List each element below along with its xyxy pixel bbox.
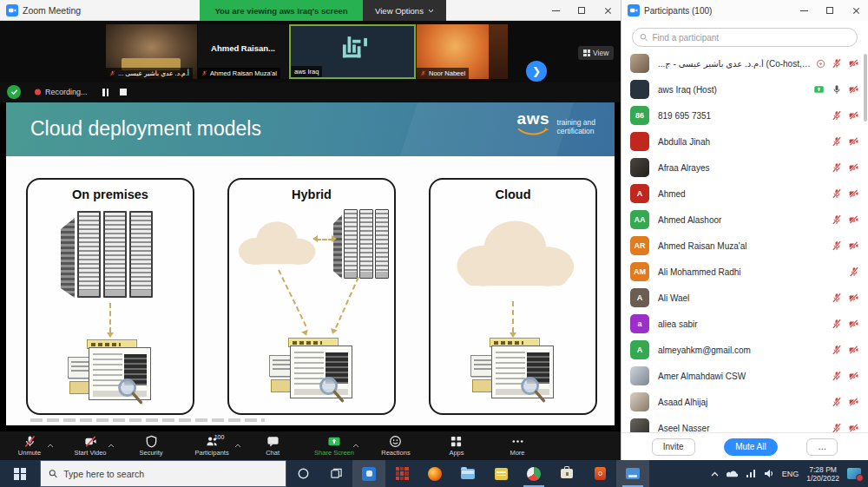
start-video-button[interactable]: Start Video [71,431,109,460]
clock-time: 7:28 PM [806,465,839,474]
task-view-icon[interactable] [319,460,352,487]
chat-button[interactable]: Chat [253,431,292,460]
logo-tagline-line1: training and [557,118,595,127]
video-strip: ... أ.م.د. عدي باشير عيسى Ahmed Raisan..… [0,21,621,82]
chevron-up-icon[interactable] [352,436,359,451]
taskbar-app-meet-circle[interactable] [517,460,550,487]
unmute-button[interactable]: Unmute [10,431,49,460]
participant-row[interactable]: A almeyahkm@gmail.com [621,337,868,363]
taskbar-app-orange[interactable] [583,460,616,487]
server-rack-illustration [61,211,153,298]
participant-row[interactable]: AR Ahmed Raisan Muza'al [621,233,868,259]
participant-row[interactable]: aws Iraq (Host) [621,76,868,102]
participant-row[interactable]: AM Ali Mohammed Radhi [621,259,868,285]
participant-row[interactable]: Abdulla Jinah [621,128,868,155]
show-hidden-icons[interactable] [711,471,719,477]
taskbar-app-blue-chat[interactable] [352,460,385,487]
onedrive-icon[interactable] [727,470,738,478]
taskbar-app-yellow[interactable] [484,460,517,487]
participant-row[interactable]: AA Ahmed Alashoor [621,207,868,233]
chevron-up-icon[interactable] [234,436,241,451]
minimize-button[interactable] [791,0,817,21]
participant-row[interactable]: A Ali Wael [621,285,868,311]
participant-name: Asaad Alhijaj [658,398,826,407]
participant-row[interactable]: Asaad Alhijaj [621,389,868,415]
video-tile-2[interactable]: Ahmed Raisan... Ahmed Raisan Muza'al [198,24,288,79]
participant-status-icons [832,188,859,199]
taskbar-clock[interactable]: 7:28 PM 1/20/2022 [806,465,839,483]
chevron-up-icon[interactable] [47,436,54,451]
shield-icon [145,435,158,448]
apps-button[interactable]: Apps [437,431,476,460]
invite-button[interactable]: Invite [652,438,695,456]
maximize-button[interactable] [569,0,595,21]
language-indicator[interactable]: ENG [782,470,799,478]
reactions-button[interactable]: Reactions [377,431,415,460]
network-icon[interactable] [746,470,756,478]
taskbar-app-briefcase[interactable] [550,460,583,487]
participant-name: Ahmed Alashoor [658,215,826,225]
stop-recording-button[interactable] [120,89,127,95]
mute-all-button[interactable]: Mute All [724,438,778,456]
participant-name: 819 695 7351 [658,111,826,121]
notification-tray-icon[interactable] [847,468,861,479]
camera-off-icon [84,435,97,448]
panel-hybrid: Hybrid [227,178,396,415]
camera-off-icon [848,110,859,121]
participant-row[interactable]: Afraa Alrayes [621,155,868,181]
participant-row[interactable]: Amer Almahdawi CSW [621,363,868,389]
video-tile-aws-iraq[interactable]: aws Iraq [289,24,416,79]
minimize-button[interactable] [542,0,569,21]
windows-logo-icon [14,468,26,480]
panel-title: On premises [28,188,193,201]
volume-icon[interactable] [764,469,774,478]
more-button[interactable]: More [498,431,536,460]
maximize-button[interactable] [817,0,843,21]
participant-name: Ahmed [658,189,826,199]
participant-search[interactable] [632,28,858,47]
participant-row[interactable]: Aseel Nasser [621,415,868,432]
security-button[interactable]: Security [132,431,170,460]
video-tile-4[interactable]: Noor Nabeel [417,24,508,79]
search-input[interactable] [652,33,850,43]
avatar: AA [630,210,649,229]
camera-off-icon [848,214,859,225]
file-explorer-icon[interactable] [451,460,484,487]
taskbar-search-input[interactable] [63,469,278,479]
participant-row[interactable]: ...أ.م.د. عدي باشير عيسى - ج (Co-host, m… [621,50,868,76]
next-videos-button[interactable]: ❯ [526,61,547,82]
avatar: AM [630,262,649,281]
scrollbar-thumb[interactable] [864,54,867,122]
close-button[interactable] [843,0,868,21]
start-button[interactable] [0,460,40,487]
participants-button[interactable]: 100 Participants [193,431,231,460]
participant-row[interactable]: 86 819 695 7351 [621,102,868,128]
participant-row[interactable]: a aliea sabir [621,311,868,337]
participant-name: aws Iraq [294,68,319,76]
chevron-down-icon [428,9,434,13]
pause-recording-button[interactable] [102,89,109,96]
zoom-taskbar-icon[interactable] [616,460,649,487]
more-options-button[interactable]: … [806,438,838,456]
taskbar-app-red-grid[interactable] [385,460,418,487]
participant-status-icons [832,423,859,432]
view-options-dropdown[interactable]: View Options [363,0,446,21]
chevron-up-icon[interactable] [108,436,115,451]
zoom-window-titlebar: Zoom Meeting You are viewing aws Iraq's … [0,0,621,21]
share-screen-button[interactable]: Share Screen [314,431,354,460]
video-tile-1[interactable]: ... أ.م.د. عدي باشير عيسى [106,24,197,79]
firefox-icon[interactable] [418,460,451,487]
participant-row[interactable]: A Ahmed [621,181,868,207]
cortana-icon[interactable] [286,460,319,487]
tile-name-label: ... أ.م.د. عدي باشير عيسى [106,68,193,79]
mic-muted-icon [23,435,36,448]
participant-status-icons [816,58,859,69]
mic-muted-icon [832,136,842,147]
tile-display-name: Ahmed Raisan... [198,43,288,53]
view-layout-button[interactable]: View [578,46,614,60]
taskbar-search[interactable] [40,460,286,487]
panel-on-premises: On premises [26,178,194,415]
zoom-app-icon [628,4,640,16]
close-button[interactable] [595,0,621,21]
camera-off-icon [848,162,859,173]
